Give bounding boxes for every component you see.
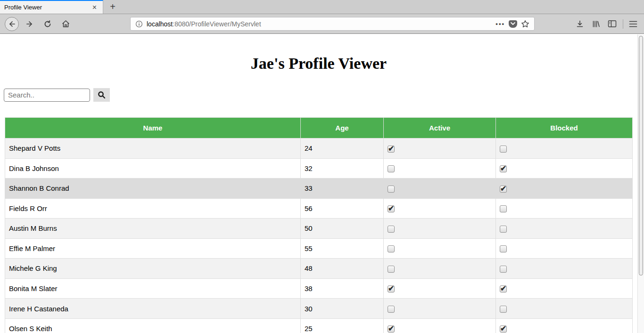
back-button[interactable] [5,17,19,31]
active-cell [384,278,496,299]
page-actions-icon[interactable]: ••• [495,20,505,27]
blocked-cell [496,259,633,279]
home-button[interactable] [58,17,73,31]
active-checkbox[interactable] [388,306,395,313]
table-row: Shepard V Potts24 [5,138,633,159]
page-title: Jae's Profile Viewer [0,55,637,73]
age-cell: 32 [301,158,384,179]
age-cell: 24 [301,138,384,159]
toolbar-right-icons [570,18,639,30]
search-row [4,88,637,102]
back-icon [8,20,16,28]
blocked-cell [496,158,633,179]
blocked-checkbox[interactable] [500,245,507,252]
bookmark-star-icon[interactable] [521,20,529,28]
active-checkbox[interactable] [388,186,395,193]
name-cell: Austin M Burns [5,219,301,239]
column-header-name: Name [5,118,301,138]
table-row: Michele G King48 [5,259,633,279]
table-row: Irene H Castaneda30 [5,299,633,319]
column-header-age: Age [301,118,384,138]
age-cell: 48 [301,259,384,279]
active-checkbox[interactable] [388,205,395,212]
browser-window: Profile Viewer × + [0,0,644,333]
age-cell: 33 [301,179,384,199]
profile-table: NameAgeActiveBlocked Shepard V Potts24Di… [5,117,633,333]
name-cell: Olsen S Keith [5,318,301,333]
age-cell: 30 [301,299,384,319]
name-cell: Shannon B Conrad [5,179,301,199]
active-checkbox[interactable] [388,165,395,172]
sidebar-button[interactable] [606,18,618,30]
blocked-checkbox[interactable] [500,306,507,313]
tab-title: Profile Viewer [4,4,91,11]
name-cell: Effie M Palmer [5,238,301,259]
tab-profile-viewer[interactable]: Profile Viewer × [0,0,103,14]
new-tab-button[interactable]: + [103,0,122,14]
blocked-cell [496,299,633,319]
blocked-cell [496,278,633,299]
active-checkbox[interactable] [388,146,395,153]
blocked-cell [496,198,633,219]
blocked-checkbox[interactable] [500,325,507,333]
active-cell [384,299,496,319]
active-cell [384,158,496,179]
tab-bar: Profile Viewer × + [0,0,644,14]
blocked-checkbox[interactable] [500,186,507,193]
url-path: :8080/ProfileViewer/MyServlet [173,20,261,28]
reload-button[interactable] [41,17,55,31]
age-cell: 50 [301,219,384,239]
active-cell [384,238,496,259]
table-row: Fields R Orr56 [5,198,633,219]
blocked-checkbox[interactable] [500,146,507,153]
blocked-cell [496,179,633,199]
active-checkbox[interactable] [388,266,395,273]
blocked-checkbox[interactable] [500,285,507,292]
table-row: Austin M Burns50 [5,219,633,239]
blocked-cell [496,318,633,333]
blocked-checkbox[interactable] [500,266,507,273]
site-info-icon[interactable] [135,20,143,28]
plus-icon: + [110,1,116,12]
active-cell [384,259,496,279]
name-cell: Dina B Johnson [5,158,301,179]
active-checkbox[interactable] [388,325,395,333]
active-cell [384,198,496,219]
menu-button[interactable] [627,18,639,30]
tab-close-icon[interactable]: × [91,3,99,12]
name-cell: Michele G King [5,259,301,279]
blocked-checkbox[interactable] [500,165,507,172]
table-row: Dina B Johnson32 [5,158,633,179]
age-cell: 55 [301,238,384,259]
scrollbar-thumb[interactable] [639,36,643,276]
active-checkbox[interactable] [388,285,395,292]
active-checkbox[interactable] [388,226,395,233]
search-input[interactable] [4,89,90,102]
blocked-checkbox[interactable] [500,205,507,212]
age-cell: 56 [301,198,384,219]
library-button[interactable] [590,18,602,30]
active-checkbox[interactable] [388,245,395,252]
table-row: Effie M Palmer55 [5,238,633,259]
search-button[interactable] [93,88,110,102]
reload-icon [43,20,52,28]
table-row: Olsen S Keith25 [5,318,633,333]
blocked-cell [496,238,633,259]
url-host: localhost [147,20,173,28]
table-row: Bonita M Slater38 [5,278,633,299]
name-cell: Bonita M Slater [5,278,301,299]
download-button[interactable] [574,18,586,30]
active-cell [384,138,496,159]
pocket-icon[interactable] [509,20,517,28]
vertical-scrollbar[interactable] [637,34,644,333]
toolbar-separator [623,19,623,29]
page-content: Jae's Profile Viewer NameAgeActiveBlocke… [0,34,637,333]
active-cell [384,318,496,333]
blocked-checkbox[interactable] [500,226,507,233]
column-header-blocked: Blocked [496,118,633,138]
url-text: localhost:8080/ProfileViewer/MyServlet [147,20,261,28]
home-icon [61,19,70,28]
active-cell [384,179,496,199]
forward-button[interactable] [23,17,37,31]
url-bar[interactable]: localhost:8080/ProfileViewer/MyServlet •… [130,17,535,31]
